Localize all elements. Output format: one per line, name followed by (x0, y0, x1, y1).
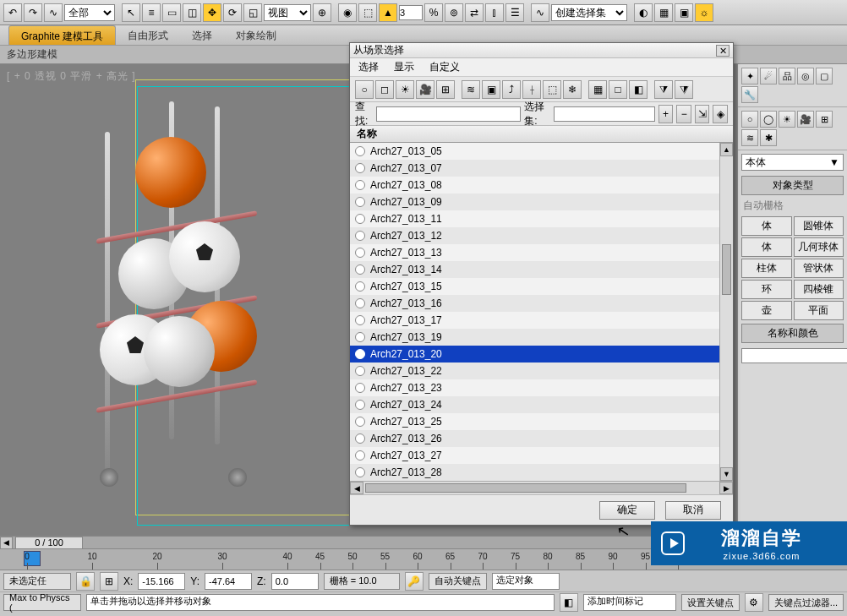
z-input[interactable] (271, 573, 319, 590)
list-item[interactable]: Arch27_013_19 (350, 329, 719, 346)
selset-remove-icon[interactable]: − (676, 105, 691, 123)
select-rect-icon[interactable]: ▭ (162, 3, 181, 22)
obj-btn-1-1[interactable]: 几何球体 (794, 237, 844, 257)
percent-snap-icon[interactable]: % (424, 3, 443, 22)
ribbon-tab-freeform[interactable]: 自由形式 (116, 25, 180, 45)
list-item[interactable]: Arch27_013_25 (350, 413, 719, 430)
list-item[interactable]: Arch27_013_16 (350, 295, 719, 312)
selset-add-icon[interactable]: + (658, 105, 674, 123)
list-item[interactable]: Arch27_013_22 (350, 363, 719, 379)
refcoord-dropdown[interactable]: 视图 (264, 4, 311, 21)
filter-clear-icon[interactable]: ⧩̸ (675, 80, 693, 99)
filter-camera-icon[interactable]: 🎥 (416, 80, 434, 99)
cameras-icon[interactable]: 🎥 (797, 111, 814, 128)
list-item[interactable]: Arch27_013_23 (350, 379, 719, 396)
list-item[interactable]: Arch27_013_27 (350, 447, 719, 464)
spinner-snap-icon[interactable]: ⊚ (445, 3, 463, 22)
select-invert-icon[interactable]: ◧ (629, 80, 648, 99)
ribbon-tab-select[interactable]: 选择 (180, 25, 224, 45)
render-setup-icon[interactable]: ▦ (654, 3, 673, 22)
layers-icon[interactable]: ☰ (505, 3, 524, 22)
autogrid-checkbox[interactable]: 自动栅格 (738, 197, 847, 215)
motion-tab-icon[interactable]: ◎ (797, 68, 814, 84)
scroll-left-icon[interactable]: ◀ (350, 482, 363, 494)
redo-icon[interactable]: ↷ (24, 3, 42, 22)
pivot-icon[interactable]: ⊕ (313, 3, 331, 22)
list-item[interactable]: Arch27_013_26 (350, 430, 719, 447)
filter-spacewarp-icon[interactable]: ≋ (462, 80, 480, 99)
filter-helper-icon[interactable]: ⊞ (436, 80, 455, 99)
list-header-name[interactable]: 名称 (350, 126, 733, 143)
viewport-label[interactable]: [ + 0 透视 0 平滑 + 高光 ] (7, 69, 136, 84)
selset-highlight-icon[interactable]: ◈ (713, 105, 728, 123)
x-input[interactable] (138, 573, 185, 590)
render-frame-icon[interactable]: ▣ (675, 3, 693, 22)
scroll-thumb[interactable] (722, 244, 731, 295)
select-all-icon[interactable]: ▦ (588, 80, 607, 99)
scroll-right-icon[interactable]: ▶ (719, 482, 733, 494)
object-name-input[interactable] (741, 348, 847, 363)
dialog-menu-display[interactable]: 显示 (394, 60, 414, 74)
angle-snap-icon[interactable]: ▲ (379, 3, 397, 22)
scale-icon[interactable]: ◱ (243, 3, 262, 22)
key-icon[interactable]: 🔑 (405, 572, 424, 591)
abs-mode-icon[interactable]: ⊞ (100, 572, 118, 591)
snap-toggle-icon[interactable]: ⬚ (358, 3, 377, 22)
named-sel-dropdown[interactable]: 创建选择集 (551, 4, 627, 21)
obj-btn-0-0[interactable]: 体 (741, 216, 792, 236)
render-icon[interactable]: ☼ (695, 3, 713, 22)
selset-input[interactable] (554, 106, 655, 122)
tag-icon[interactable]: ◧ (560, 593, 578, 612)
list-item[interactable]: Arch27_013_15 (350, 278, 719, 295)
filter-shape-icon[interactable]: ◻ (375, 80, 394, 99)
filter-funnel-icon[interactable]: ⧩ (654, 80, 673, 99)
list-item[interactable]: Arch27_013_08 (350, 177, 719, 194)
list-item[interactable]: Arch27_013_13 (350, 244, 719, 261)
select-name-icon[interactable]: ≡ (142, 3, 161, 22)
undo-icon[interactable]: ↶ (3, 3, 22, 22)
obj-btn-0-1[interactable]: 圆锥体 (794, 216, 844, 236)
ribbon-tab-graphite[interactable]: Graphite 建模工具 (8, 25, 116, 45)
obj-btn-4-1[interactable]: 平面 (794, 301, 844, 320)
mirror-icon[interactable]: ⇄ (465, 3, 484, 22)
scroll-down-icon[interactable]: ▼ (720, 467, 733, 481)
ok-button[interactable]: 确定 (599, 501, 655, 520)
filter-dropdown[interactable]: 全部 (64, 4, 115, 21)
list-hscrollbar[interactable]: ◀ ▶ (350, 481, 733, 494)
filter-xref-icon[interactable]: ⤴ (502, 80, 521, 99)
select-window-icon[interactable]: ◫ (183, 3, 201, 22)
align-icon[interactable]: ⫿ (485, 3, 504, 22)
dialog-menu-custom[interactable]: 自定义 (429, 60, 460, 74)
time-scroll-left-icon[interactable]: ◀ (0, 537, 13, 549)
filter-group-icon[interactable]: ▣ (482, 80, 500, 99)
hierarchy-tab-icon[interactable]: 品 (779, 68, 795, 84)
select-icon[interactable]: ↖ (122, 3, 140, 22)
list-item[interactable]: Arch27_013_12 (350, 227, 719, 244)
keymode-dropdown[interactable]: 选定对象 (492, 573, 560, 590)
selset-select-icon[interactable]: ⇲ (695, 105, 710, 123)
display-tab-icon[interactable]: ▢ (816, 68, 833, 84)
filter-geom-icon[interactable]: ○ (355, 80, 374, 99)
link-icon[interactable]: ∿ (44, 3, 63, 22)
y-input[interactable] (205, 573, 252, 590)
spacewarps-icon[interactable]: ≋ (741, 129, 758, 146)
key-filters-icon[interactable]: ⚙ (745, 593, 763, 612)
select-none-icon[interactable]: □ (609, 80, 627, 99)
list-item[interactable]: Arch27_013_05 (350, 143, 719, 160)
key-filters-button[interactable]: 关键点过滤器... (768, 594, 844, 611)
material-icon[interactable]: ◐ (634, 3, 653, 22)
curve-editor-icon[interactable]: ∿ (531, 3, 549, 22)
list-item[interactable]: Arch27_013_07 (350, 160, 719, 177)
setkey-button[interactable]: 设置关键点 (681, 594, 740, 611)
filter-frozen-icon[interactable]: ❄ (563, 80, 582, 99)
find-input[interactable] (376, 106, 521, 122)
obj-btn-3-0[interactable]: 环 (741, 280, 792, 299)
list-item[interactable]: Arch27_013_14 (350, 261, 719, 278)
scene-object-list[interactable]: Arch27_013_05Arch27_013_07Arch27_013_08A… (350, 143, 719, 481)
systems-icon[interactable]: ✱ (760, 129, 777, 146)
list-item[interactable]: Arch27_013_24 (350, 396, 719, 413)
selection-lock[interactable]: 未选定任 (3, 573, 71, 590)
list-item[interactable]: Arch27_013_28 (350, 464, 719, 481)
geom-icon[interactable]: ○ (741, 111, 758, 128)
create-category-dropdown[interactable]: 本体▼ (741, 154, 844, 171)
